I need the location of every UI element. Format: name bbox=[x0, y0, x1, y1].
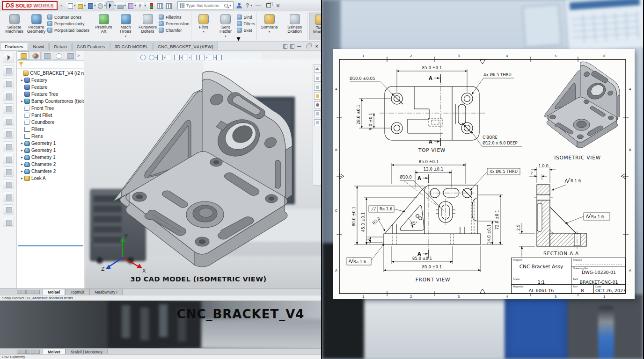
ribbon-button-torn-models[interactable]: Torn Models bbox=[309, 13, 322, 40]
ribbon-button-sent-hezler[interactable]: Sent Hezler▾ bbox=[215, 13, 237, 40]
ribbon-dropdown-icon[interactable]: ▾ bbox=[269, 30, 271, 33]
tree-tabs-expand-icon[interactable]: > bbox=[77, 53, 80, 58]
tree-item-pant-fillet[interactable]: Pant Fillet bbox=[17, 112, 84, 119]
pointer-icon[interactable] bbox=[136, 1, 144, 9]
tree-item-bamp-counterbores-t-elons[interactable]: ▸Bamp Counterbores (t)elons bbox=[17, 98, 84, 105]
expand-arrow-icon[interactable]: ▸ bbox=[20, 141, 24, 145]
paste-tool-icon[interactable] bbox=[3, 91, 14, 101]
table-tool-icon[interactable] bbox=[3, 204, 14, 215]
dim-tool-icon[interactable] bbox=[3, 179, 14, 189]
ribbon-button-pecturre-geometry[interactable]: Pecturre Geometry bbox=[25, 13, 47, 40]
rotate-view-icon[interactable] bbox=[166, 55, 171, 60]
tree-tab-featuretree-icon[interactable] bbox=[18, 51, 29, 60]
minimize-button[interactable]: — bbox=[256, 2, 261, 9]
search-dropdown-icon[interactable]: ▾ bbox=[229, 4, 231, 7]
copy-tool-icon[interactable] bbox=[3, 78, 14, 88]
print-dropdown-icon[interactable]: ▾ bbox=[124, 4, 126, 7]
tree-tab-display-icon[interactable] bbox=[29, 51, 41, 60]
close-button[interactable]: × bbox=[276, 2, 280, 9]
grid-icon[interactable] bbox=[314, 119, 321, 126]
tree-item-loek-a[interactable]: ▸Loek A bbox=[17, 175, 84, 182]
doc-minimize-button[interactable]: — bbox=[297, 44, 301, 49]
tab-nav-buttons-2[interactable] bbox=[17, 350, 40, 354]
help-icon[interactable]: ? bbox=[246, 2, 249, 9]
save-icon[interactable] bbox=[86, 1, 94, 9]
ribbon-dropdown-icon[interactable]: ▾ bbox=[225, 35, 227, 38]
library-icon[interactable] bbox=[314, 93, 321, 100]
tab-cnc-bracket-v4-kew-[interactable]: CNC_BRACKET_V4 (KEW) bbox=[153, 43, 218, 50]
open-dropdown-icon[interactable]: ▾ bbox=[84, 4, 86, 7]
tree-item-feature-tree[interactable]: Feature Tree bbox=[17, 91, 84, 98]
appearances-icon[interactable] bbox=[314, 101, 321, 108]
expand-arrow-icon[interactable]: ▸ bbox=[20, 176, 24, 180]
pointer-dropdown-icon[interactable]: ▾ bbox=[144, 4, 146, 7]
graphics-viewport[interactable]: Y X Z 3D CAD MODEL (ISOMETRIC VIEW) bbox=[84, 51, 322, 288]
display-style-icon[interactable] bbox=[191, 55, 197, 60]
doc-min-icon[interactable] bbox=[290, 44, 294, 49]
tree-root-item[interactable]: CNC_BRACKET_V4 (/2 nvantork) bbox=[17, 70, 84, 77]
search-box[interactable]: ▾ bbox=[177, 1, 234, 9]
ribbon-button-perrenuslion[interactable]: Perrenuslion bbox=[159, 21, 190, 26]
zoom-fit-icon[interactable] bbox=[140, 55, 146, 60]
prop-tool-icon[interactable] bbox=[3, 217, 14, 227]
monitor-icon[interactable] bbox=[216, 55, 222, 60]
home-icon[interactable] bbox=[314, 66, 321, 73]
select-arrow-dropdown-icon[interactable]: ▾ bbox=[114, 4, 116, 7]
model-tab-molael[interactable]: Molael bbox=[43, 289, 65, 295]
tab-detain[interactable]: Detain bbox=[49, 43, 71, 50]
user-account-icon[interactable] bbox=[236, 3, 242, 8]
model-tab-topmult[interactable]: Topmult bbox=[65, 289, 89, 295]
expand-arrow-icon[interactable]: ▸ bbox=[20, 155, 24, 159]
ribbon-button-premium-art[interactable]: Premium Art bbox=[93, 13, 115, 40]
tree-tab-configs-icon[interactable] bbox=[41, 51, 52, 60]
ribbon-button-ssinsss-dxation[interactable]: Ssinsss Dxation bbox=[284, 13, 306, 40]
doc-close-button[interactable]: × bbox=[315, 43, 318, 49]
ribbon-button-selecte-machines[interactable]: Selecte Machines bbox=[3, 13, 25, 40]
tree-filter-row[interactable] bbox=[17, 61, 84, 69]
tree-item-fillers[interactable]: Fillers bbox=[17, 126, 84, 133]
filter-funnel-icon[interactable] bbox=[19, 62, 23, 67]
expand-arrow-icon[interactable]: ▸ bbox=[20, 148, 24, 152]
open-icon[interactable] bbox=[76, 1, 84, 9]
stamp-icon[interactable] bbox=[126, 1, 134, 9]
collapse-chevron-icon[interactable]: « bbox=[60, 3, 63, 8]
tree-item-coundbore[interactable]: Coundbore bbox=[17, 119, 84, 126]
section-view-icon[interactable] bbox=[157, 55, 163, 60]
zoom-area-icon[interactable] bbox=[149, 55, 154, 60]
ribbon-button-filters[interactable]: Filters bbox=[237, 21, 256, 26]
new-doc-icon[interactable] bbox=[66, 1, 74, 9]
view-cube-icon[interactable] bbox=[183, 55, 188, 60]
view-tool-icon[interactable] bbox=[3, 166, 14, 177]
mirror-tool-icon[interactable] bbox=[3, 154, 14, 164]
sketch-tool-icon[interactable] bbox=[3, 116, 14, 126]
print-icon[interactable] bbox=[116, 1, 124, 9]
help-dropdown-icon[interactable]: ▾ bbox=[250, 4, 252, 7]
tree-item-featory[interactable]: ▸Featory bbox=[17, 77, 84, 84]
line-tool-icon[interactable] bbox=[3, 129, 14, 139]
scene-icon[interactable] bbox=[208, 55, 213, 60]
tree-tab-appearance-icon[interactable] bbox=[65, 51, 76, 60]
tab-3d-cad-model[interactable]: 3D CAD MODEL bbox=[110, 43, 153, 50]
pan-icon[interactable] bbox=[174, 55, 180, 60]
folder-icon[interactable] bbox=[314, 84, 321, 91]
ribbon-button-mach-hroes[interactable]: Mach Hroes▾ bbox=[115, 13, 137, 40]
clone-tool-icon[interactable] bbox=[3, 103, 14, 114]
note-tool-icon[interactable] bbox=[3, 192, 14, 202]
bracket-3d-model[interactable] bbox=[84, 51, 322, 288]
tree-item-chamfere-2[interactable]: ▸Chamfere 2 bbox=[17, 168, 84, 175]
model-tab-sraleil-mootenoy[interactable]: Sraleil | Mootenoy bbox=[66, 349, 108, 355]
ribbon-button-counter-bores[interactable]: Counter Bores bbox=[47, 14, 89, 20]
ribbon-button-funswors-bolters[interactable]: Funswors Bolters bbox=[137, 13, 159, 40]
tab-features[interactable]: Features bbox=[0, 43, 28, 50]
tree-item-fnont-tree[interactable]: Fnont Tree bbox=[17, 105, 84, 112]
model-tab-molvet[interactable]: Molvet bbox=[43, 349, 66, 355]
ribbon-dropdown-icon[interactable]: ▾ bbox=[125, 35, 127, 38]
save-dropdown-icon[interactable]: ▾ bbox=[94, 4, 96, 7]
grid-icon[interactable] bbox=[155, 1, 163, 9]
box-tool-icon[interactable] bbox=[3, 65, 14, 76]
tab-nowit[interactable]: Nowit bbox=[29, 43, 49, 50]
expand-arrow-icon[interactable]: ▸ bbox=[20, 78, 24, 82]
ribbon-dropdown-icon[interactable]: ▾ bbox=[203, 30, 205, 33]
preview-icon[interactable] bbox=[314, 110, 321, 117]
ribbon-button-filletrins[interactable]: Filletrins bbox=[159, 14, 190, 20]
